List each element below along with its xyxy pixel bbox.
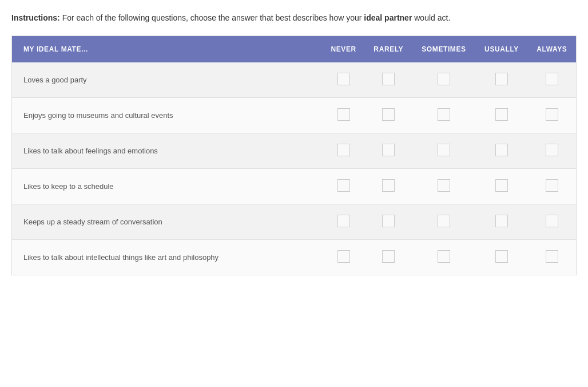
- checkbox-never-row5[interactable]: [337, 250, 350, 263]
- row-label: Loves a good party: [12, 62, 323, 98]
- table-header-row: MY IDEAL MATE... NEVER RARELY SOMETIMES …: [12, 36, 577, 63]
- checkbox-always-row4[interactable]: [546, 215, 558, 227]
- cell-rarely: [365, 240, 412, 275]
- row-label: Likes to keep to a schedule: [12, 169, 323, 204]
- checkbox-rarely-row0[interactable]: [382, 73, 395, 85]
- checkbox-always-row2[interactable]: [546, 144, 558, 156]
- cell-always: [528, 133, 577, 169]
- checkbox-usually-row1[interactable]: [495, 108, 508, 121]
- table-row: Likes to keep to a schedule: [12, 169, 577, 204]
- cell-usually: [475, 240, 527, 275]
- checkbox-always-row3[interactable]: [546, 179, 558, 192]
- cell-usually: [475, 169, 527, 204]
- checkbox-never-row2[interactable]: [337, 144, 350, 156]
- cell-never: [322, 169, 365, 204]
- checkbox-always-row5[interactable]: [546, 250, 558, 263]
- col-header-rarely: RARELY: [365, 36, 412, 63]
- survey-table: MY IDEAL MATE... NEVER RARELY SOMETIMES …: [11, 35, 577, 275]
- cell-rarely: [365, 98, 412, 133]
- cell-always: [528, 98, 577, 133]
- cell-always: [528, 240, 577, 275]
- checkbox-usually-row5[interactable]: [495, 250, 508, 263]
- cell-always: [528, 62, 577, 98]
- cell-rarely: [365, 62, 412, 98]
- checkbox-rarely-row2[interactable]: [382, 144, 395, 156]
- checkbox-always-row1[interactable]: [546, 108, 558, 121]
- cell-sometimes: [412, 133, 476, 169]
- checkbox-never-row3[interactable]: [337, 179, 350, 192]
- checkbox-rarely-row5[interactable]: [382, 250, 395, 263]
- cell-usually: [475, 62, 527, 98]
- checkbox-never-row0[interactable]: [337, 73, 350, 85]
- cell-never: [322, 133, 365, 169]
- cell-never: [322, 240, 365, 275]
- checkbox-usually-row4[interactable]: [495, 215, 508, 227]
- checkbox-rarely-row4[interactable]: [382, 215, 395, 227]
- checkbox-rarely-row1[interactable]: [382, 108, 395, 121]
- row-label: Keeps up a steady stream of conversation: [12, 204, 323, 240]
- cell-rarely: [365, 204, 412, 240]
- cell-never: [322, 62, 365, 98]
- cell-never: [322, 204, 365, 240]
- cell-never: [322, 98, 365, 133]
- cell-sometimes: [412, 98, 476, 133]
- cell-rarely: [365, 169, 412, 204]
- table-row: Enjoys going to museums and cultural eve…: [12, 98, 577, 133]
- cell-sometimes: [412, 62, 476, 98]
- cell-usually: [475, 133, 527, 169]
- checkbox-sometimes-row0[interactable]: [438, 73, 450, 85]
- col-header-sometimes: SOMETIMES: [412, 36, 476, 63]
- table-row: Loves a good party: [12, 62, 577, 98]
- cell-sometimes: [412, 204, 476, 240]
- cell-sometimes: [412, 169, 476, 204]
- cell-always: [528, 169, 577, 204]
- checkbox-sometimes-row2[interactable]: [438, 144, 450, 156]
- cell-always: [528, 204, 577, 240]
- col-header-never: NEVER: [322, 36, 365, 63]
- checkbox-always-row0[interactable]: [546, 73, 558, 85]
- checkbox-sometimes-row5[interactable]: [438, 250, 450, 263]
- table-row: Likes to talk about intellectual things …: [12, 240, 577, 275]
- col-header-trait: MY IDEAL MATE...: [12, 36, 323, 63]
- table-row: Likes to talk about feelings and emotion…: [12, 133, 577, 169]
- col-header-always: ALWAYS: [528, 36, 577, 63]
- col-header-usually: USUALLY: [475, 36, 527, 63]
- instructions-text: Instructions: For each of the following …: [11, 11, 577, 24]
- row-label: Likes to talk about intellectual things …: [12, 240, 323, 275]
- checkbox-never-row4[interactable]: [337, 215, 350, 227]
- table-row: Keeps up a steady stream of conversation: [12, 204, 577, 240]
- instructions-bold-prefix: Instructions:: [11, 13, 60, 22]
- checkbox-sometimes-row4[interactable]: [438, 215, 450, 227]
- checkbox-usually-row3[interactable]: [495, 179, 508, 192]
- checkbox-usually-row0[interactable]: [495, 73, 508, 85]
- checkbox-sometimes-row1[interactable]: [438, 108, 450, 121]
- checkbox-sometimes-row3[interactable]: [438, 179, 450, 192]
- checkbox-usually-row2[interactable]: [495, 144, 508, 156]
- cell-usually: [475, 98, 527, 133]
- row-label: Enjoys going to museums and cultural eve…: [12, 98, 323, 133]
- cell-sometimes: [412, 240, 476, 275]
- cell-usually: [475, 204, 527, 240]
- instructions-bold-partner: ideal partner: [364, 13, 412, 22]
- checkbox-rarely-row3[interactable]: [382, 179, 395, 192]
- checkbox-never-row1[interactable]: [337, 108, 350, 121]
- cell-rarely: [365, 133, 412, 169]
- row-label: Likes to talk about feelings and emotion…: [12, 133, 323, 169]
